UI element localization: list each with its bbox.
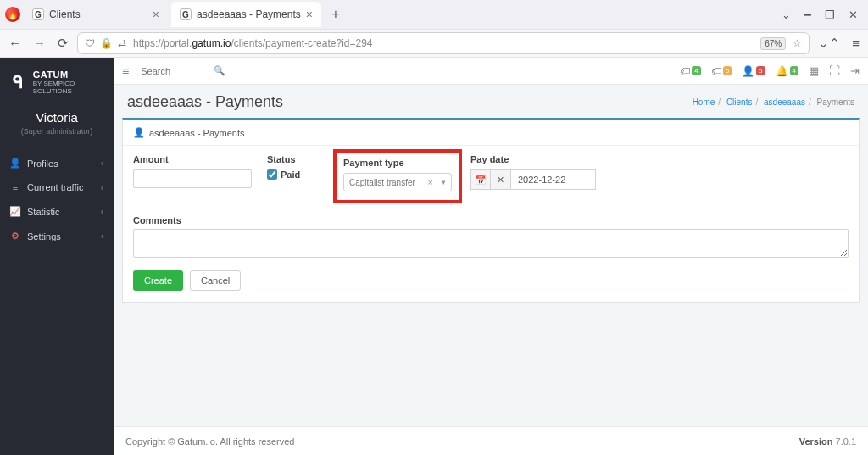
breadcrumb-clients[interactable]: Clients [726, 97, 753, 107]
hamburger-icon[interactable]: ≡ [852, 36, 860, 51]
brand-logo-icon: ᑫ [10, 73, 26, 92]
breadcrumb-current: Payments [817, 97, 854, 107]
panel-header: 👤 asdeeaaas - Payments [123, 120, 859, 146]
tab-title: asdeeaaas - Payments [197, 8, 301, 20]
nav-forward-icon: → [33, 36, 46, 51]
payments-panel: 👤 asdeeaaas - Payments Amount Status Pai… [122, 118, 860, 303]
breadcrumb-home[interactable]: Home [693, 97, 715, 107]
paid-checkbox[interactable] [267, 169, 277, 180]
gear-icon: ⚙ [10, 230, 20, 241]
main-content: ≡ 🔍 🏷4 🏷5 👤5 🔔4 ▦ ⛶ ⇥ asdeeaaas - Paymen… [114, 58, 868, 455]
browser-chrome: 🔥 G Clients × G asdeeaaas - Payments × +… [0, 0, 868, 58]
chevron-down-icon[interactable]: ▾ [437, 178, 446, 186]
paydate-input[interactable] [511, 169, 596, 190]
new-tab-button[interactable]: + [325, 3, 347, 25]
window-restore-icon[interactable]: ❐ [825, 8, 835, 21]
sidebar-item-settings[interactable]: ⚙ Settings ‹ [0, 224, 114, 248]
tag-badge[interactable]: 🏷4 [680, 65, 700, 77]
url-field[interactable]: 🛡 🔒 ⇄ https://portal.gatum.io/clients/pa… [77, 32, 810, 54]
lock-icon: 🔒 [100, 37, 113, 49]
browser-app-icon: 🔥 [5, 7, 20, 22]
star-icon[interactable]: ☆ [793, 37, 802, 49]
topbar-search[interactable]: 🔍 [136, 63, 229, 80]
footer: Copyright © Gatum.io. All rights reserve… [114, 426, 868, 455]
chevron-left-icon: ‹ [101, 183, 103, 192]
close-icon: ✕ [497, 175, 504, 186]
panel-title: asdeeaaas - Payments [149, 128, 245, 138]
sidebar-item-profiles[interactable]: 👤 Profiles ‹ [0, 151, 114, 175]
paid-checkbox-wrap[interactable]: Paid [267, 169, 318, 180]
user-badge[interactable]: 👤5 [742, 65, 765, 77]
sidebar: ᑫ GATUM BY SEMPICO SOLUTIONS Victoria (S… [0, 58, 114, 455]
nav-reload-icon[interactable]: ⟳ [58, 36, 69, 51]
sidebar-item-label: Profiles [27, 158, 58, 169]
graph-icon: 📈 [10, 206, 20, 217]
paydate-field-group: Pay date 📅 ✕ [470, 154, 596, 203]
calendar-icon: 📅 [475, 175, 487, 186]
paydate-label: Pay date [470, 154, 596, 164]
bell-badge[interactable]: 🔔4 [776, 65, 798, 77]
amount-label: Amount [133, 154, 252, 164]
create-button[interactable]: Create [133, 270, 183, 291]
window-minimize-icon[interactable]: ━ [804, 8, 811, 21]
expand-icon[interactable]: ⛶ [829, 64, 840, 77]
logout-icon[interactable]: ⇥ [850, 64, 860, 77]
url-text: https://portal.gatum.io/clients/payment-… [133, 37, 754, 49]
shield-icon: 🛡 [85, 37, 95, 49]
footer-copyright: Copyright © Gatum.io. All rights reserve… [125, 436, 294, 447]
status-field-group: Status Paid [267, 154, 318, 203]
chevron-down-icon[interactable]: ⌄ [782, 8, 791, 21]
nav-back-icon[interactable]: ← [8, 36, 21, 51]
sidebar-item-current-traffic[interactable]: ≡ Current traffic ‹ [0, 175, 114, 199]
user-icon: 👤 [10, 158, 20, 169]
tab-title: Clients [49, 8, 81, 20]
chevron-left-icon: ‹ [101, 158, 103, 168]
comments-textarea[interactable] [133, 229, 849, 258]
cancel-button[interactable]: Cancel [190, 270, 241, 291]
breadcrumb: Home/ Clients/ asdeeaaas/ Payments [693, 97, 854, 107]
paid-label: Paid [281, 169, 300, 180]
brand-name: GATUM [33, 69, 103, 80]
browser-tab[interactable]: G asdeeaaas - Payments × [171, 2, 321, 27]
amount-field-group: Amount [133, 154, 252, 203]
menu-toggle-icon[interactable]: ≡ [122, 64, 129, 78]
browser-address-bar: ← → ⟳ 🛡 🔒 ⇄ https://portal.gatum.io/clie… [0, 29, 868, 58]
browser-tab[interactable]: G Clients × [24, 2, 168, 27]
brand-subtitle: BY SEMPICO SOLUTIONS [33, 80, 103, 95]
payment-type-value: Capitalist transfer [349, 178, 415, 187]
grid-icon[interactable]: ▦ [809, 64, 819, 77]
chart-icon: ≡ [10, 182, 20, 192]
amount-input[interactable] [133, 169, 252, 188]
zoom-badge[interactable]: 67% [760, 37, 786, 50]
sidebar-item-label: Settings [27, 231, 61, 241]
search-icon[interactable]: 🔍 [214, 65, 225, 76]
calendar-button[interactable]: 📅 [470, 169, 491, 190]
breadcrumb-client[interactable]: asdeeaaas [764, 97, 805, 107]
sidebar-user-role: (Super administrator) [0, 127, 114, 136]
sidebar-item-label: Current traffic [27, 182, 83, 192]
tag-badge[interactable]: 🏷5 [711, 65, 732, 77]
tab-close-icon[interactable]: × [153, 8, 159, 21]
pocket-icon[interactable]: ⌄⌃ [818, 36, 840, 51]
clear-date-button[interactable]: ✕ [491, 169, 511, 190]
payment-type-select[interactable]: Capitalist transfer × ▾ [343, 173, 452, 191]
toggle-icon: ⇄ [118, 37, 126, 49]
status-label: Status [267, 154, 318, 164]
chevron-left-icon: ‹ [101, 207, 103, 216]
clear-icon[interactable]: × [425, 177, 437, 187]
sidebar-user-name: Victoria [0, 110, 114, 125]
tab-close-icon[interactable]: × [306, 8, 313, 21]
browser-tabbar: 🔥 G Clients × G asdeeaaas - Payments × +… [0, 0, 868, 29]
window-close-icon[interactable]: ✕ [849, 8, 858, 21]
comments-label: Comments [133, 215, 849, 225]
payment-type-field-group: Payment type Capitalist transfer × ▾ [333, 154, 462, 203]
payment-type-label: Payment type [343, 158, 452, 168]
footer-version: Version 7.0.1 [799, 436, 856, 447]
page-title: asdeeaaas - Payments [127, 93, 283, 111]
sidebar-item-label: Statistic [27, 207, 60, 217]
sidebar-item-statistic[interactable]: 📈 Statistic ‹ [0, 199, 114, 224]
highlight-annotation: Payment type Capitalist transfer × ▾ [333, 149, 462, 203]
brand: ᑫ GATUM BY SEMPICO SOLUTIONS [0, 58, 114, 103]
chevron-left-icon: ‹ [101, 231, 103, 241]
tab-favicon: G [32, 8, 44, 20]
